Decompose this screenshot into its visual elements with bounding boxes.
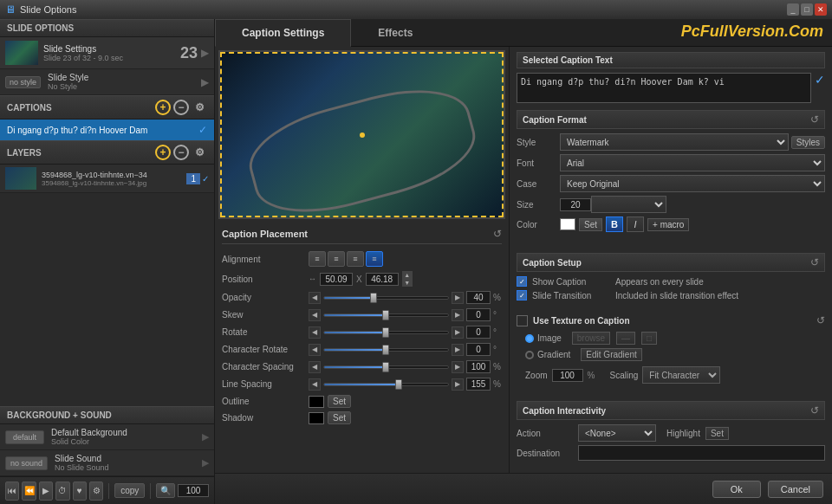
- alignment-buttons: ≡ ≡ ≡ ≡: [309, 251, 383, 267]
- caption-setup-reset-button[interactable]: ↺: [810, 256, 819, 268]
- caption-list-item[interactable]: Di ngang d?p thu? di?n Hoover Dam ✓: [0, 120, 214, 140]
- tab-effects[interactable]: Effects: [351, 19, 439, 47]
- rotate-value-input[interactable]: [466, 326, 491, 339]
- format-styles-button[interactable]: Styles: [791, 136, 825, 149]
- destination-input[interactable]: [578, 445, 825, 461]
- align-center-button[interactable]: ≡: [328, 251, 345, 267]
- tab-caption-settings[interactable]: Caption Settings: [215, 19, 351, 47]
- show-caption-checkbox[interactable]: ✓: [517, 276, 527, 287]
- opacity-slider-thumb[interactable]: [370, 293, 377, 303]
- rotate-slider-thumb[interactable]: [382, 327, 389, 338]
- line-spacing-value-input[interactable]: [466, 378, 491, 391]
- format-macro-button[interactable]: + macro: [647, 218, 689, 231]
- outline-set-button[interactable]: Set: [328, 395, 351, 408]
- shadow-color-swatch[interactable]: [309, 412, 324, 424]
- placement-reset-button[interactable]: ↺: [493, 228, 502, 240]
- format-style-select[interactable]: Watermark: [560, 133, 789, 151]
- rotate-max-button[interactable]: ▶: [452, 326, 464, 339]
- slide-transition-checkbox[interactable]: ✓: [517, 290, 527, 300]
- format-color-set-button[interactable]: Set: [579, 218, 602, 231]
- close-button[interactable]: ✕: [815, 3, 827, 16]
- opacity-min-button[interactable]: ◀: [309, 292, 321, 304]
- zoom-search-button[interactable]: 🔍: [156, 483, 175, 498]
- char-rotate-min-button[interactable]: ◀: [309, 344, 321, 356]
- scaling-select[interactable]: Fit Character: [642, 366, 720, 384]
- line-spacing-max-button[interactable]: ▶: [452, 378, 464, 391]
- bg-item[interactable]: default Default Background Solid Color ▶: [0, 424, 214, 450]
- format-case-select[interactable]: Keep Original: [560, 175, 825, 192]
- skew-min-button[interactable]: ◀: [309, 309, 321, 321]
- format-font-select[interactable]: Arial: [560, 154, 825, 171]
- skew-max-button[interactable]: ▶: [452, 309, 464, 321]
- timer-button[interactable]: ⏱: [55, 481, 69, 501]
- align-justify-button[interactable]: ≡: [366, 251, 383, 267]
- format-color-swatch[interactable]: [560, 218, 575, 230]
- format-size-input[interactable]: [560, 198, 591, 211]
- align-left-button[interactable]: ≡: [309, 251, 326, 267]
- char-spacing-min-button[interactable]: ◀: [309, 361, 321, 373]
- sound-item[interactable]: no sound Slide Sound No Slide Sound ▶: [0, 450, 214, 476]
- char-spacing-slider-thumb[interactable]: [382, 362, 389, 372]
- minimize-button[interactable]: _: [787, 3, 799, 16]
- caption-format-reset-button[interactable]: ↺: [810, 113, 819, 126]
- remove-layer-button[interactable]: −: [173, 145, 189, 160]
- remove-texture-button[interactable]: —: [616, 332, 635, 345]
- align-right-button[interactable]: ≡: [347, 251, 364, 267]
- position-stepper[interactable]: ▲ ▼: [402, 271, 413, 287]
- style-item[interactable]: no style Slide Style No Style ▶: [0, 69, 214, 95]
- gradient-radio-button[interactable]: [525, 351, 534, 359]
- opacity-value-input[interactable]: [466, 291, 491, 304]
- line-spacing-min-button[interactable]: ◀: [309, 378, 321, 391]
- char-spacing-max-button[interactable]: ▶: [452, 361, 464, 373]
- maximize-button[interactable]: □: [801, 3, 813, 16]
- char-spacing-value-input[interactable]: [466, 360, 491, 373]
- highlight-set-button[interactable]: Set: [705, 427, 729, 440]
- play-button[interactable]: ▶: [39, 481, 53, 501]
- position-x-input[interactable]: [320, 273, 353, 286]
- slide-settings-item[interactable]: Slide Settings Slide 23 of 32 - 9.0 sec …: [0, 37, 214, 69]
- add-caption-button[interactable]: +: [155, 100, 171, 115]
- cancel-button[interactable]: Cancel: [768, 481, 823, 498]
- format-size-select[interactable]: [591, 196, 666, 213]
- action-select[interactable]: <None>: [578, 424, 656, 442]
- add-layer-button[interactable]: +: [155, 145, 171, 160]
- texture-checkbox[interactable]: [517, 315, 528, 326]
- caption-settings-button[interactable]: ⚙: [192, 100, 207, 115]
- skew-slider-thumb[interactable]: [382, 310, 389, 320]
- line-spacing-slider-thumb[interactable]: [395, 379, 402, 390]
- texture-settings-button[interactable]: □: [641, 332, 657, 345]
- caption-text-input[interactable]: [517, 73, 811, 103]
- layer-name: 3594868_lg-v10-tinhnte.vn−34: [42, 171, 186, 179]
- layer-settings-button[interactable]: ⚙: [192, 145, 207, 160]
- remove-caption-button[interactable]: −: [173, 100, 189, 115]
- opacity-max-button[interactable]: ▶: [452, 292, 464, 304]
- interactivity-reset-button[interactable]: ↺: [810, 404, 819, 417]
- browse-button[interactable]: browse: [572, 332, 610, 345]
- char-rotate-slider-thumb[interactable]: [382, 345, 389, 355]
- format-bold-button[interactable]: B: [606, 216, 623, 232]
- format-italic-button[interactable]: I: [627, 216, 644, 232]
- char-rotate-value-input[interactable]: [466, 343, 491, 356]
- shadow-set-button[interactable]: Set: [328, 411, 351, 424]
- outline-row: Outline Set: [222, 395, 502, 408]
- caption-text-confirm-icon: ✓: [815, 73, 825, 87]
- image-radio-button[interactable]: [525, 334, 534, 343]
- outline-color-swatch[interactable]: [309, 396, 324, 408]
- ok-button[interactable]: Ok: [712, 481, 761, 498]
- position-up-button[interactable]: ▲: [402, 271, 413, 279]
- layer-list-item[interactable]: 3594868_lg-v10-tinhnte.vn−34 3594868_lg-…: [0, 165, 214, 193]
- zoom-input[interactable]: [178, 484, 209, 497]
- rotate-min-button[interactable]: ◀: [309, 326, 321, 339]
- texture-reset-button[interactable]: ↺: [816, 314, 825, 326]
- tools-button[interactable]: ⚙: [89, 481, 103, 501]
- position-y-input[interactable]: [366, 273, 399, 286]
- position-down-button[interactable]: ▼: [402, 279, 413, 287]
- char-rotate-max-button[interactable]: ▶: [452, 344, 464, 356]
- skew-value-input[interactable]: [466, 308, 491, 321]
- copy-button[interactable]: copy: [114, 483, 145, 498]
- bookmark-button[interactable]: ♥: [73, 481, 87, 501]
- zoom-value-input[interactable]: [552, 369, 583, 382]
- edit-gradient-button[interactable]: Edit Gradient: [581, 348, 641, 361]
- prev-button[interactable]: ⏪: [22, 481, 36, 501]
- prev-start-button[interactable]: ⏮: [5, 481, 19, 501]
